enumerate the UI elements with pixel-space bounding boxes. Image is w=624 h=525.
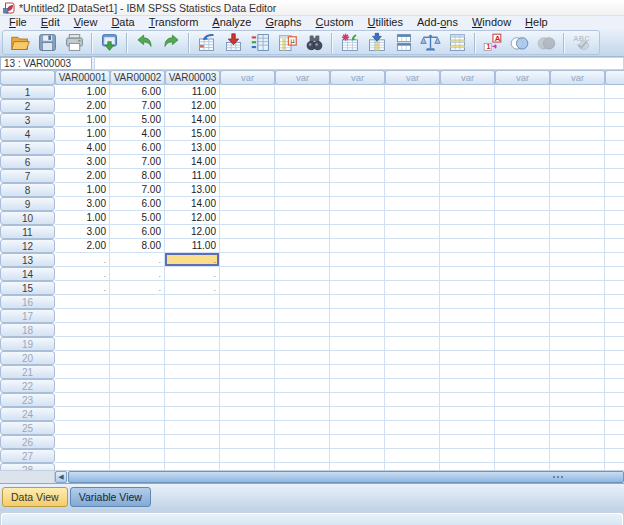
data-cell-empty[interactable] <box>605 99 624 113</box>
data-cell-empty[interactable] <box>495 225 550 239</box>
data-cell-empty[interactable] <box>550 141 605 155</box>
data-cell-empty[interactable] <box>605 309 624 323</box>
data-cell-26-var00002[interactable] <box>110 435 165 449</box>
data-cell-empty[interactable] <box>275 183 330 197</box>
data-cell-7-var00002[interactable]: 8.00 <box>110 169 165 183</box>
show-all-variables-button[interactable] <box>533 31 560 54</box>
data-cell-empty[interactable] <box>330 253 385 267</box>
data-cell-11-var00002[interactable]: 6.00 <box>110 225 165 239</box>
data-cell-empty[interactable] <box>605 267 624 281</box>
data-cell-9-var00003[interactable]: 14.00 <box>165 197 220 211</box>
data-cell-empty[interactable] <box>275 351 330 365</box>
data-cell-empty[interactable] <box>495 449 550 463</box>
data-cell-12-var00003[interactable]: 11.00 <box>165 239 220 253</box>
data-cell-empty[interactable] <box>275 169 330 183</box>
data-cell-empty[interactable] <box>385 127 440 141</box>
data-cell-5-var00002[interactable]: 6.00 <box>110 141 165 155</box>
data-cell-empty[interactable] <box>275 421 330 435</box>
data-cell-19-var00001[interactable] <box>55 337 110 351</box>
data-cell-empty[interactable] <box>495 309 550 323</box>
data-cell-8-var00001[interactable]: 1.00 <box>55 183 110 197</box>
select-cases-button[interactable] <box>444 31 471 54</box>
data-cell-empty[interactable] <box>440 253 495 267</box>
data-cell-empty[interactable] <box>275 99 330 113</box>
data-cell-empty[interactable] <box>385 435 440 449</box>
menu-addons[interactable]: Add-ons <box>410 16 465 29</box>
data-cell-empty[interactable] <box>330 267 385 281</box>
data-cell-empty[interactable] <box>385 197 440 211</box>
data-cell-empty[interactable] <box>495 435 550 449</box>
data-cell-16-var00003[interactable] <box>165 295 220 309</box>
data-cell-13-var00001[interactable]: . <box>55 253 110 267</box>
data-cell-5-var00003[interactable]: 13.00 <box>165 141 220 155</box>
data-cell-empty[interactable] <box>385 323 440 337</box>
data-cell-12-var00002[interactable]: 8.00 <box>110 239 165 253</box>
data-cell-empty[interactable] <box>330 113 385 127</box>
data-cell-empty[interactable] <box>550 267 605 281</box>
data-cell-empty[interactable] <box>550 127 605 141</box>
data-cell-empty[interactable] <box>550 449 605 463</box>
row-header-14[interactable]: 14 <box>0 267 55 281</box>
redo-button[interactable] <box>158 31 185 54</box>
data-cell-empty[interactable] <box>385 379 440 393</box>
data-cell-empty[interactable] <box>220 421 275 435</box>
data-cell-empty[interactable] <box>550 407 605 421</box>
data-cell-7-var00001[interactable]: 2.00 <box>55 169 110 183</box>
data-cell-17-var00003[interactable] <box>165 309 220 323</box>
data-cell-15-var00001[interactable]: . <box>55 281 110 295</box>
column-header-var-placeholder[interactable]: var <box>220 70 275 85</box>
data-cell-empty[interactable] <box>385 239 440 253</box>
data-cell-empty[interactable] <box>275 323 330 337</box>
data-cell-10-var00001[interactable]: 1.00 <box>55 211 110 225</box>
data-cell-empty[interactable] <box>495 253 550 267</box>
data-cell-empty[interactable] <box>330 323 385 337</box>
data-cell-empty[interactable] <box>330 99 385 113</box>
data-cell-empty[interactable] <box>605 421 624 435</box>
data-cell-21-var00003[interactable] <box>165 365 220 379</box>
data-cell-empty[interactable] <box>605 365 624 379</box>
row-header-9[interactable]: 9 <box>0 197 55 211</box>
data-cell-20-var00001[interactable] <box>55 351 110 365</box>
data-cell-empty[interactable] <box>385 141 440 155</box>
data-cell-3-var00001[interactable]: 1.00 <box>55 113 110 127</box>
row-header-15[interactable]: 15 <box>0 281 55 295</box>
data-cell-empty[interactable] <box>550 323 605 337</box>
data-cell-empty[interactable] <box>550 169 605 183</box>
data-cell-2-var00002[interactable]: 7.00 <box>110 99 165 113</box>
data-cell-28-var00003[interactable] <box>165 463 220 470</box>
data-cell-9-var00001[interactable]: 3.00 <box>55 197 110 211</box>
data-cell-empty[interactable] <box>605 351 624 365</box>
data-cell-empty[interactable] <box>330 239 385 253</box>
column-header-var00001[interactable]: VAR00001 <box>55 70 110 85</box>
menu-window[interactable]: Window <box>465 16 518 29</box>
data-cell-empty[interactable] <box>330 127 385 141</box>
horizontal-scrollbar[interactable]: ◀ <box>0 470 624 483</box>
data-cell-empty[interactable] <box>440 85 495 99</box>
data-cell-empty[interactable] <box>440 337 495 351</box>
data-cell-empty[interactable] <box>495 421 550 435</box>
data-cell-22-var00002[interactable] <box>110 379 165 393</box>
data-cell-empty[interactable] <box>440 225 495 239</box>
data-cell-empty[interactable] <box>330 365 385 379</box>
insert-variable-button[interactable] <box>363 31 390 54</box>
recall-dialogs-button[interactable] <box>96 31 123 54</box>
data-cell-empty[interactable] <box>495 463 550 470</box>
use-variable-sets-button[interactable] <box>506 31 533 54</box>
data-cell-19-var00003[interactable] <box>165 337 220 351</box>
data-cell-23-var00002[interactable] <box>110 393 165 407</box>
data-cell-empty[interactable] <box>605 85 624 99</box>
data-cell-empty[interactable] <box>220 309 275 323</box>
data-cell-empty[interactable] <box>385 365 440 379</box>
data-cell-empty[interactable] <box>385 449 440 463</box>
data-cell-28-var00002[interactable] <box>110 463 165 470</box>
data-cell-empty[interactable] <box>440 239 495 253</box>
data-cell-empty[interactable] <box>330 281 385 295</box>
data-cell-empty[interactable] <box>440 295 495 309</box>
data-cell-empty[interactable] <box>220 267 275 281</box>
data-cell-18-var00002[interactable] <box>110 323 165 337</box>
data-cell-17-var00002[interactable] <box>110 309 165 323</box>
data-cell-26-var00003[interactable] <box>165 435 220 449</box>
data-cell-1-var00003[interactable]: 11.00 <box>165 85 220 99</box>
data-cell-empty[interactable] <box>605 295 624 309</box>
row-header-5[interactable]: 5 <box>0 141 55 155</box>
